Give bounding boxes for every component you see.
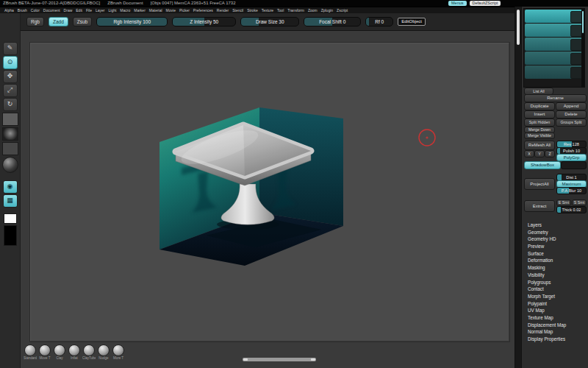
menu-stroke[interactable]: Stroke [247, 7, 257, 13]
section-deformation[interactable]: Deformation [522, 257, 588, 264]
menu-brush[interactable]: Brush [18, 7, 27, 13]
menu-picker[interactable]: Picker [179, 7, 190, 13]
material-swatch[interactable] [2, 113, 18, 126]
zadd-button[interactable]: Zadd [49, 17, 68, 26]
menu-layer[interactable]: Layer [96, 7, 105, 13]
menu-render[interactable]: Render [217, 7, 229, 13]
section-displacement-map[interactable]: Displacement Map [522, 322, 588, 329]
shadowbox-res-slider[interactable] [561, 161, 587, 169]
section-geometry[interactable]: Geometry [522, 229, 588, 236]
menus-toggle[interactable]: Menus [448, 1, 467, 6]
section-surface[interactable]: Surface [522, 250, 588, 258]
brush-tool-icon[interactable]: ✎ [3, 42, 18, 55]
brush-more[interactable]: More T [112, 344, 125, 360]
menu-zplugin[interactable]: Zplugin [321, 7, 333, 13]
menu-edit[interactable]: Edit [76, 7, 82, 13]
menu-tool[interactable]: Tool [277, 7, 284, 13]
draw-size-slider[interactable]: Draw Size 30 [240, 17, 299, 26]
menu-color[interactable]: Color [31, 7, 40, 13]
append-button[interactable]: Append [556, 102, 587, 110]
section-texture-map[interactable]: Texture Map [522, 314, 588, 322]
subtool-row[interactable] [525, 52, 584, 65]
z-intensity-slider[interactable]: Z Intensity 50 [172, 17, 236, 26]
section-layers[interactable]: Layers [522, 222, 588, 229]
menu-document[interactable]: Document [43, 7, 60, 13]
menu-movie[interactable]: Movie [166, 7, 176, 13]
section-normal-map[interactable]: Normal Map [522, 328, 588, 336]
menu-material[interactable]: Material [149, 7, 162, 13]
section-morph-target[interactable]: Morph Target [522, 293, 588, 300]
rf-slider[interactable]: Rf 0 [365, 17, 393, 26]
zscript-badge[interactable]: DefaultZScript [470, 1, 501, 6]
material-sphere-icon[interactable] [2, 157, 18, 173]
subtool-row[interactable] [525, 38, 584, 51]
texture-swatch[interactable] [2, 142, 18, 155]
subtool-row[interactable] [525, 66, 584, 79]
menu-file[interactable]: File [86, 7, 92, 13]
menu-preferences[interactable]: Preferences [193, 7, 213, 13]
project-all-button[interactable]: ProjectAll [524, 178, 555, 190]
focal-shift-slider[interactable]: Focal Shift 0 [304, 17, 361, 26]
s-smt-toggle[interactable]: S Smt [572, 199, 587, 206]
brush-claytube[interactable]: ClayTube [82, 344, 96, 360]
move-mode-icon[interactable]: ✥ [3, 70, 18, 83]
menu-light[interactable]: Light [108, 7, 116, 13]
menu-marker[interactable]: Marker [134, 7, 146, 13]
symmetry-z-toggle[interactable]: Z [545, 150, 555, 158]
section-uv-map[interactable]: UV Map [522, 307, 588, 314]
brush-inflat[interactable]: Inflat [68, 344, 81, 360]
section-contact[interactable]: Contact [522, 286, 588, 293]
e-smt-toggle[interactable]: E Smt [556, 199, 571, 206]
section-polypaint[interactable]: Polypaint [522, 300, 588, 308]
scrollbar-thumb[interactable] [517, 10, 520, 45]
horizontal-scrollbar[interactable] [243, 358, 316, 361]
subtool-scrollbar[interactable] [581, 9, 584, 87]
menu-stencil[interactable]: Stencil [232, 7, 243, 13]
section-geometry-hd[interactable]: Geometry HD [522, 236, 588, 243]
section-visibility[interactable]: Visibility [522, 272, 588, 279]
insert-button[interactable]: Insert [524, 110, 555, 118]
menu-zoom[interactable]: Zoom [308, 7, 318, 13]
groups-split-button[interactable]: Groups Split [556, 118, 587, 127]
edit-object-button[interactable]: EditObject [398, 18, 426, 26]
subtool-row[interactable] [525, 10, 584, 23]
brush-move[interactable]: Move T [38, 344, 51, 360]
thick-slider[interactable]: Thick 0.02 [556, 206, 587, 213]
brush-clay[interactable]: Clay [53, 344, 66, 360]
menu-texture[interactable]: Texture [262, 7, 273, 13]
merge-visible-button[interactable]: Merge Visible [524, 132, 555, 139]
rgb-button[interactable]: Rgb [26, 17, 44, 26]
pa-blur-slider[interactable]: P.A Blur 10 [556, 187, 587, 194]
rename-button[interactable]: Rename [524, 94, 587, 102]
extract-button[interactable]: Extract [524, 200, 555, 212]
zsub-button[interactable]: Zsub [73, 17, 92, 26]
delete-button[interactable]: Delete [556, 110, 587, 118]
section-preview[interactable]: Preview [522, 243, 588, 250]
section-display-properties[interactable]: Display Properties [522, 336, 588, 343]
rotate-mode-icon[interactable]: ↻ [3, 98, 18, 111]
draw-mode-icon[interactable]: ⊙ [3, 56, 18, 69]
symmetry-y-toggle[interactable]: Y [534, 150, 545, 158]
color-swatch-white[interactable] [4, 213, 17, 224]
menu-zscript[interactable]: Zscript [337, 7, 348, 13]
menu-macro[interactable]: Macro [120, 7, 130, 13]
viewport-3d[interactable] [30, 43, 509, 342]
grid-icon[interactable]: ▦ [3, 194, 18, 208]
rgb-intensity-slider[interactable]: Rgb Intensity 100 [96, 17, 168, 26]
scale-mode-icon[interactable]: ⤢ [3, 84, 18, 97]
color-swatch-black[interactable] [4, 225, 17, 246]
stroke-icon[interactable]: ◉ [3, 180, 18, 194]
symmetry-x-toggle[interactable]: X [524, 150, 534, 158]
brush-standard[interactable]: Standard [24, 344, 37, 360]
alpha-swatch[interactable] [2, 127, 18, 141]
duplicate-button[interactable]: Duplicate [524, 102, 555, 110]
subtool-row[interactable] [525, 24, 584, 37]
section-polygroups[interactable]: Polygroups [522, 279, 588, 286]
menu-alpha[interactable]: Alpha [4, 7, 14, 13]
menu-transform[interactable]: Transform [287, 7, 304, 13]
shadowbox-toggle[interactable]: ShadowBox [524, 161, 561, 169]
zbrush-document[interactable] [29, 42, 510, 342]
menu-draw[interactable]: Draw [64, 7, 73, 13]
polygrp-toggle[interactable]: PolyGrp [556, 154, 587, 161]
remesh-all-button[interactable]: ReMesh All [524, 141, 555, 150]
